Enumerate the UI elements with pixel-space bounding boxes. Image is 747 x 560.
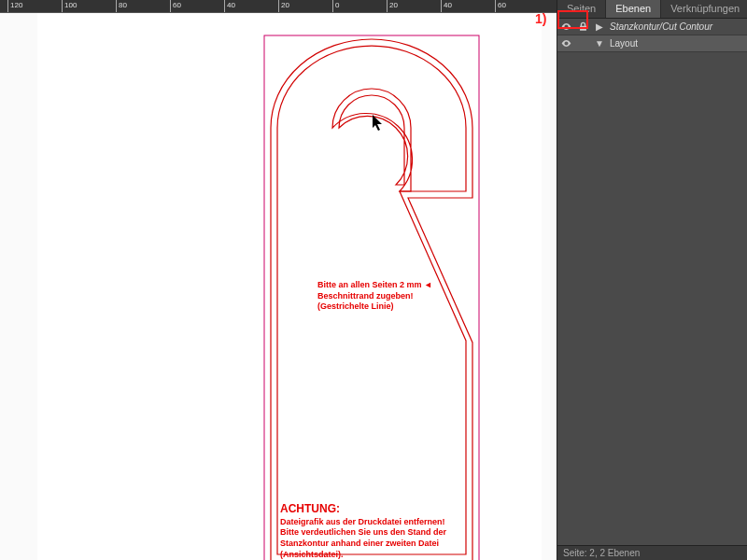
ruler-tick: 120	[10, 1, 22, 9]
chevron-right-icon[interactable]: ▶	[593, 21, 606, 34]
ruler-tick: 80	[119, 1, 127, 9]
eye-icon[interactable]	[559, 21, 572, 34]
warning-text: ACHTUNG: Dateigrafik aus der Druckdatei …	[280, 502, 467, 560]
layers-panel: Seiten Ebenen Verknüpfungen 1) ▶ Stanzko…	[557, 0, 747, 560]
ruler-tick: 60	[173, 1, 181, 9]
ruler-horizontal[interactable]: 120 100 80 60 40 20 0 20 40 60	[0, 0, 557, 13]
layer-label: Layout	[610, 38, 747, 49]
tab-verknuepfungen[interactable]: Verknüpfungen	[661, 0, 747, 18]
ruler-tick: 60	[498, 1, 506, 9]
ruler-tick: 100	[64, 1, 77, 9]
tab-ebenen[interactable]: Ebenen	[606, 0, 661, 18]
ruler-tick: 0	[335, 1, 339, 9]
chevron-down-icon[interactable]: ▼	[593, 37, 606, 50]
lock-icon[interactable]	[576, 21, 589, 34]
layer-row-layout[interactable]: ▼ Layout	[557, 35, 747, 52]
ruler-tick: 40	[444, 1, 452, 9]
panel-status-bar: Seite: 2, 2 Ebenen	[557, 545, 747, 560]
panel-tabs: Seiten Ebenen Verknüpfungen	[557, 0, 747, 19]
eye-icon[interactable]	[559, 37, 572, 50]
layers-list: ▶ Stanzkontur/Cut Contour ▼ Layout	[557, 19, 747, 52]
canvas-area[interactable]: Bitte an allen Seiten 2 mm ◄ Beschnittra…	[0, 13, 557, 560]
bleed-note-text: Bitte an allen Seiten 2 mm ◄ Beschnittra…	[317, 280, 458, 313]
annotation-label: 1)	[535, 11, 546, 26]
layer-row-stanzkontur[interactable]: ▶ Stanzkontur/Cut Contour	[557, 19, 747, 35]
layer-label: Stanzkontur/Cut Contour	[610, 21, 747, 32]
lock-icon[interactable]	[576, 37, 589, 50]
tab-seiten[interactable]: Seiten	[557, 0, 606, 18]
ruler-tick: 20	[281, 1, 289, 9]
ruler-tick: 40	[227, 1, 235, 9]
ruler-tick: 20	[389, 1, 398, 9]
